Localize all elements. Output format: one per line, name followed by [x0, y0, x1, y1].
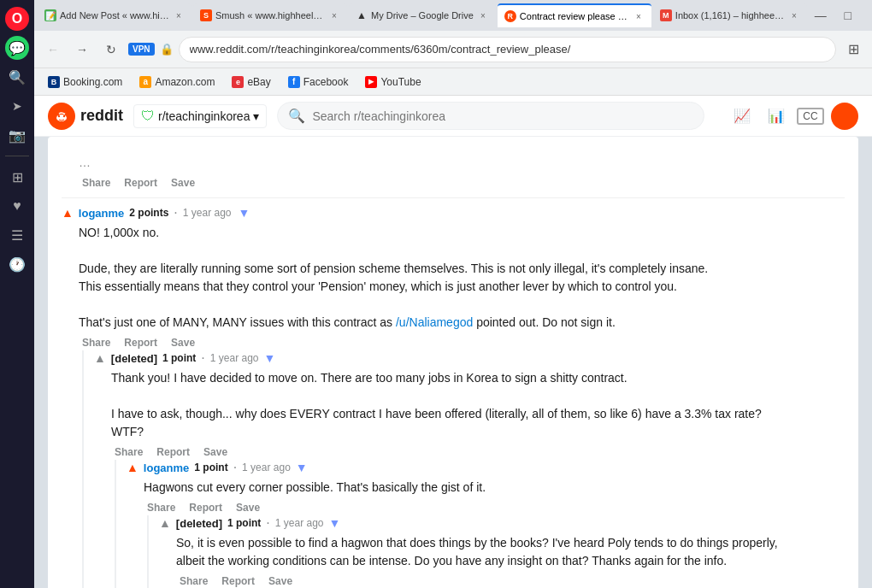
- comment-meta-loganme-2: ▲ loganme 1 point · 1 year ago ▼: [127, 460, 845, 475]
- upvote-loganme[interactable]: ▲: [62, 207, 74, 219]
- tab-title-5: Inbox (1,161) – highheelsa…: [675, 10, 785, 21]
- whatsapp-icon[interactable]: 💬: [5, 36, 29, 60]
- close-browser-btn[interactable]: ×: [863, 3, 872, 27]
- share-btn-0[interactable]: Share: [79, 175, 114, 191]
- subreddit-selector[interactable]: 🛡 r/teachinginkorea ▾: [133, 104, 267, 128]
- comment-deleted-2: ▲ [deleted] 1 point · 1 year ago ▼ So, i…: [147, 515, 845, 588]
- bookmark-booking[interactable]: B Booking.com: [41, 74, 129, 91]
- search-input[interactable]: [312, 109, 693, 123]
- upvote-deleted-2[interactable]: ▲: [159, 517, 171, 529]
- bookmark-ebay[interactable]: e eBay: [225, 74, 277, 91]
- maximize-browser-btn[interactable]: □: [836, 3, 860, 27]
- tab-smush[interactable]: S Smush « www.highheelsan… ×: [193, 3, 347, 27]
- trending-icon[interactable]: 📈: [728, 103, 756, 130]
- share-btn-loganme-2[interactable]: Share: [144, 500, 179, 515]
- author-deleted-1: [deleted]: [111, 352, 157, 365]
- reddit-content[interactable]: … Share Report Save ▲ loganme 2 points ·…: [34, 137, 872, 588]
- author-loganme-2[interactable]: loganme: [144, 462, 189, 474]
- deleted-1-line-2: I have to ask, though... why does EVERY …: [111, 405, 845, 423]
- tab-close-5[interactable]: ×: [788, 9, 800, 21]
- downvote-deleted-2[interactable]: ▼: [329, 517, 341, 529]
- opera-logo-icon[interactable]: O: [5, 7, 29, 31]
- minimize-browser-btn[interactable]: —: [809, 3, 833, 27]
- heart-sidebar-icon[interactable]: ♥: [5, 194, 29, 218]
- body-deleted-2: So, it is even possible to find a hagwon…: [159, 534, 845, 570]
- forward-button[interactable]: →: [70, 38, 94, 62]
- downvote-deleted-1[interactable]: ▼: [264, 352, 276, 364]
- report-btn-loganme-2[interactable]: Report: [186, 500, 226, 515]
- grid-sidebar-icon[interactable]: ⊞: [5, 165, 29, 189]
- vpn-badge[interactable]: VPN: [128, 43, 155, 56]
- tab-close-1[interactable]: ×: [173, 9, 185, 21]
- reddit-wordmark: reddit: [80, 107, 123, 125]
- points-deleted-1: 1 point: [162, 352, 196, 364]
- time-loganme-2: 1 year ago: [242, 462, 291, 473]
- bookmark-facebook[interactable]: f Facebook: [281, 74, 356, 91]
- report-btn-deleted-2[interactable]: Report: [218, 573, 258, 588]
- share-btn-loganme[interactable]: Share: [79, 335, 114, 350]
- user-avatar[interactable]: [831, 103, 858, 130]
- truncated-actions: Share Report Save: [62, 175, 845, 191]
- tab-google-drive[interactable]: ▲ My Drive – Google Drive ×: [349, 3, 496, 27]
- comment-meta-deleted-1: ▲ [deleted] 1 point · 1 year ago ▼: [94, 350, 845, 366]
- actions-deleted-1: Share Report Save: [94, 444, 845, 460]
- save-btn-loganme-2[interactable]: Save: [233, 500, 263, 515]
- save-btn-loganme[interactable]: Save: [168, 335, 198, 350]
- tab-close-4[interactable]: ×: [633, 10, 645, 22]
- tab-favicon-4: R: [504, 10, 516, 22]
- youtube-favicon: ▶: [365, 76, 377, 88]
- downvote-loganme[interactable]: ▼: [239, 207, 250, 219]
- subreddit-name: r/teachinginkorea: [158, 109, 250, 123]
- camera-sidebar-icon[interactable]: 📷: [5, 123, 29, 147]
- report-btn-0[interactable]: Report: [121, 175, 161, 191]
- body-deleted-1: Thank you! I have decided to move on. Th…: [94, 369, 845, 441]
- author-deleted-2: [deleted]: [176, 517, 222, 530]
- tab-title-4: Contract review please : te…: [520, 11, 629, 21]
- tab-add-new-post[interactable]: 📝 Add New Post « www.high… ×: [38, 3, 191, 27]
- tab-close-2[interactable]: ×: [328, 9, 340, 21]
- address-input[interactable]: [179, 37, 836, 62]
- downvote-loganme-2[interactable]: ▼: [296, 462, 308, 473]
- search-magnifier-icon: 🔍: [288, 108, 305, 124]
- comment-loganme-2: ▲ loganme 1 point · 1 year ago ▼ Hagwons…: [115, 460, 845, 588]
- save-btn-0[interactable]: Save: [168, 175, 198, 191]
- tab-contract-review[interactable]: R Contract review please : te… ×: [498, 3, 651, 27]
- amazon-favicon: a: [139, 76, 151, 88]
- sep-loganme-2: ·: [233, 460, 237, 475]
- save-btn-deleted-2[interactable]: Save: [265, 573, 296, 588]
- svg-point-3: [63, 115, 65, 116]
- upvote-deleted-1[interactable]: ▲: [94, 352, 106, 364]
- reddit-logo[interactable]: reddit: [48, 103, 123, 130]
- report-btn-deleted-1[interactable]: Report: [153, 444, 193, 460]
- bookmark-facebook-label: Facebook: [303, 76, 349, 88]
- address-bar: ← → ↻ VPN 🔒 ⊞: [34, 31, 872, 68]
- deleted-2-line-2: albeit the working conditions can be int…: [176, 552, 845, 570]
- naliamegod-link[interactable]: /u/Naliamegod: [396, 315, 473, 329]
- body-line-2: Dude, they are literally running some so…: [79, 260, 845, 278]
- back-button[interactable]: ←: [41, 38, 65, 62]
- search-sidebar-icon[interactable]: 🔍: [5, 65, 29, 89]
- share-btn-deleted-2[interactable]: Share: [176, 573, 211, 588]
- bookmark-amazon[interactable]: a Amazon.com: [133, 74, 221, 91]
- clock-sidebar-icon[interactable]: 🕐: [5, 252, 29, 276]
- author-loganme[interactable]: loganme: [79, 207, 124, 220]
- upvote-loganme-2[interactable]: ▲: [127, 462, 138, 473]
- tab-close-3[interactable]: ×: [477, 9, 489, 21]
- send-sidebar-icon[interactable]: ➤: [5, 94, 29, 118]
- bookmark-youtube[interactable]: ▶ YouTube: [358, 74, 427, 91]
- bookmark-youtube-label: YouTube: [380, 76, 421, 88]
- actions-loganme: Share Report Save: [62, 335, 845, 350]
- closed-captions-icon[interactable]: CC: [797, 108, 824, 125]
- grid-view-button[interactable]: ⊞: [841, 38, 865, 62]
- tab-inbox[interactable]: M Inbox (1,161) – highheelsa… ×: [653, 3, 807, 27]
- report-btn-loganme[interactable]: Report: [121, 335, 161, 350]
- share-btn-deleted-1[interactable]: Share: [111, 444, 146, 460]
- tab-bar: 📝 Add New Post « www.high… × S Smush « w…: [34, 0, 872, 31]
- reddit-snoo-icon: [48, 103, 75, 130]
- save-btn-deleted-1[interactable]: Save: [200, 444, 231, 460]
- bookmark-amazon-label: Amazon.com: [155, 76, 215, 88]
- stats-icon[interactable]: 📊: [763, 103, 790, 130]
- sep-deleted-2: ·: [266, 515, 269, 531]
- list-sidebar-icon[interactable]: ☰: [5, 223, 29, 247]
- reload-button[interactable]: ↻: [99, 38, 123, 62]
